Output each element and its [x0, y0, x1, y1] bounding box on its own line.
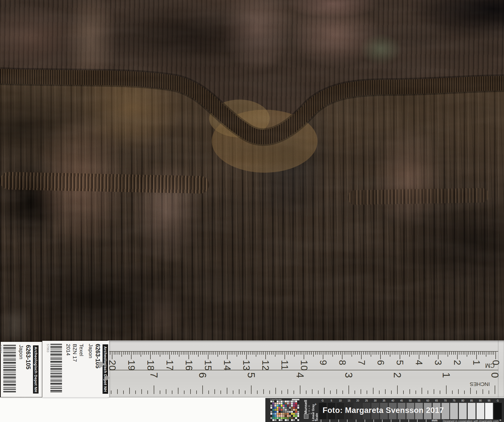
mm-tick: [382, 419, 383, 422]
colorchecker-patch: [291, 403, 293, 404]
ruler-cm-tick: [317, 352, 318, 355]
ruler-inch-tick: [294, 390, 294, 394]
colorchecker-patch: [270, 413, 272, 415]
ruler-cm-tick: [288, 352, 289, 355]
colorchecker-patch: [293, 413, 295, 415]
ruler-cm-tick: [492, 352, 492, 355]
colorchecker-patch: [295, 415, 297, 417]
gray-patch-label: 85: [470, 399, 473, 402]
ruler-cm-tick: [219, 352, 220, 355]
colorchecker-patch: [297, 405, 299, 406]
mm-tick: [330, 419, 330, 422]
ruler-inch-tick: [135, 390, 136, 394]
ruler-cm-tick: [152, 352, 153, 355]
ruler-cm-tick: [309, 352, 310, 355]
ruler-cm-tick: [285, 352, 285, 359]
colorchecker-patch: [277, 419, 278, 421]
colorchecker-patch: [291, 405, 293, 406]
ruler-cm-tick: [432, 352, 433, 355]
colorchecker-patch: [281, 419, 282, 421]
ruler-cm-tick: [246, 352, 247, 359]
ruler-cm-tick: [478, 352, 479, 355]
ruler-cm-tick: [277, 352, 277, 355]
colorchecker-patch: [297, 413, 299, 415]
ruler-cm-tick: [346, 352, 346, 355]
ruler-cm-tick: [200, 352, 201, 355]
ruler-cm-tick: [472, 352, 473, 355]
ruler-cm-tick: [401, 352, 402, 355]
colorchecker-patch: [287, 401, 289, 402]
ruler-cm-tick: [263, 352, 264, 355]
ruler-cm-tick: [446, 352, 446, 355]
colorchecker-header: ColorChecker: [270, 399, 282, 400]
colorchecker-patch: [287, 417, 289, 419]
ruler-cm-tick: [352, 352, 352, 357]
ruler-cm-tick: [250, 352, 250, 355]
mm-scale-label: mm: [432, 418, 437, 422]
colorchecker-patch: [285, 401, 287, 402]
colorchecker-patch: [295, 419, 297, 421]
ruler-inch-tick: [300, 385, 300, 394]
colorchecker-patch: [295, 405, 297, 406]
ruler-cm-tick: [156, 352, 156, 355]
ruler-cm-tick: [365, 352, 366, 355]
ruler-cm-tick: [357, 352, 358, 355]
gray-patch: [477, 403, 484, 419]
ruler-inch-tick: [458, 389, 459, 394]
ruler-cm-tick: [267, 352, 268, 355]
ruler-cm-tick: [436, 352, 436, 355]
ruler-cm-tick: [300, 352, 300, 355]
ruler-cm-number: 4: [414, 360, 424, 366]
ruler-cm-tick: [233, 352, 233, 355]
mm-tick: [365, 419, 365, 422]
ruler-cm-tick: [444, 352, 444, 355]
design-credit: Designed in cooperation with imagingetc.…: [443, 419, 498, 422]
registration-plus-mark: +: [314, 402, 317, 406]
ruler-cm-tick: [292, 352, 293, 355]
ruler-cm-tick: [359, 352, 360, 355]
colorchecker-patch: [289, 411, 291, 413]
ruler-cm-tick: [217, 352, 218, 357]
gray-patch-label: G: [322, 399, 324, 402]
ruler-cm-tick: [461, 352, 461, 355]
ruler-cm-tick: [215, 352, 216, 355]
colorchecker-patch: [287, 409, 289, 411]
ruler-inch-tick: [434, 389, 434, 394]
colorchecker-patch: [287, 415, 289, 417]
ruler-inch-tick: [367, 390, 367, 394]
photographic-ruler: CM INCHES 201918171615141312111098765432…: [108, 340, 504, 398]
ruler-cm-number: 14: [223, 360, 232, 371]
ruler-cm-number: 1: [472, 360, 481, 366]
colorchecker-patch: [281, 411, 282, 413]
ruler-inch-number: 7: [149, 372, 159, 378]
ruler-cm-tick: [213, 352, 214, 355]
ruler-cm-number: 17: [165, 360, 174, 371]
ruler-cm-tick: [371, 352, 371, 357]
ruler-cm-tick: [179, 352, 179, 357]
colorchecker-patch: [283, 405, 285, 406]
ruler-inch-tick: [440, 390, 440, 394]
colorchecker-patch: [281, 413, 282, 415]
ruler-cm-tick: [281, 352, 281, 355]
label-punch-hole: [105, 376, 109, 380]
ruler-cm-tick: [470, 352, 471, 355]
ruler-cm-tick: [290, 352, 291, 355]
ruler-cm-tick: [340, 352, 341, 355]
ruler-inch-tick: [208, 390, 209, 394]
colorchecker-patch: [289, 417, 291, 419]
ruler-inch-tick: [318, 390, 319, 394]
colorchecker-patch: [274, 419, 276, 421]
ruler-cm-number: 2: [453, 360, 462, 366]
colorchecker-patch: [274, 405, 276, 406]
ruler-cm-tick: [162, 352, 162, 355]
ruler-cm-number: 10: [299, 360, 309, 371]
ruler-cm-tick: [459, 352, 459, 355]
ruler-cm-tick: [480, 352, 481, 355]
colorchecker-patch: [272, 407, 274, 409]
colorchecker-patch: [279, 405, 280, 406]
ruler-inch-tick: [379, 390, 380, 394]
ruler-cm-tick: [271, 352, 272, 355]
ruler-cm-tick: [206, 352, 206, 355]
ruler-cm-tick: [198, 352, 199, 357]
colorchecker-patch: [277, 409, 278, 411]
